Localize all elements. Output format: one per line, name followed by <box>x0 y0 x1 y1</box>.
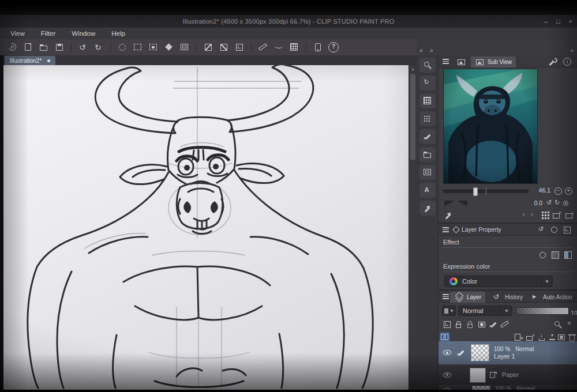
subview-zoom-slider[interactable] <box>443 190 529 193</box>
draft-layer-icon[interactable] <box>488 319 499 330</box>
crop-button[interactable] <box>233 41 246 54</box>
layer-color-dropdown[interactable]: ▼ <box>442 306 456 316</box>
tab-navigator[interactable] <box>452 56 470 67</box>
next-image-icon[interactable]: › <box>531 210 533 219</box>
border-effect-icon[interactable] <box>538 250 548 261</box>
layer-row-paper[interactable]: Paper <box>439 364 577 385</box>
clip-to-layer-below-icon[interactable] <box>442 319 452 330</box>
minimize-button[interactable]: – <box>544 18 548 25</box>
enable-mask-icon[interactable] <box>477 319 487 330</box>
frame-tool-button[interactable] <box>419 165 436 180</box>
zoom-out-icon[interactable] <box>554 187 562 195</box>
snap-to-grid-button[interactable] <box>287 41 301 54</box>
tab-history[interactable]: History <box>488 292 527 303</box>
frame-border-button[interactable] <box>178 41 192 54</box>
open-file-button[interactable] <box>37 41 51 54</box>
new-page-icon <box>23 42 33 52</box>
redo-button[interactable] <box>92 41 106 54</box>
pencil-tool-button[interactable] <box>419 129 436 144</box>
blend-mode-dropdown[interactable]: Normal ▼ <box>458 306 512 316</box>
rotate-canvas-tool-button[interactable] <box>419 76 436 91</box>
select-area-button[interactable] <box>131 41 145 54</box>
clear-layer-icon[interactable] <box>564 319 575 330</box>
snap-to-ruler-button[interactable] <box>256 41 270 54</box>
tone-effect-icon[interactable] <box>550 250 561 261</box>
eyedropper-tool-button[interactable] <box>419 201 436 216</box>
companion-mode-button[interactable] <box>311 41 325 54</box>
expression-color-dropdown[interactable]: Color ▼ <box>444 276 553 287</box>
clear-button[interactable] <box>201 41 215 54</box>
layer-thumbnail[interactable] <box>471 344 489 361</box>
close-button[interactable]: × <box>569 18 572 25</box>
canvas[interactable] <box>3 65 409 390</box>
tab-sub-view[interactable]: Sub View <box>471 56 516 67</box>
new-canvas-button[interactable] <box>21 41 35 54</box>
subview-reference-image[interactable] <box>443 69 538 184</box>
canvas-scrollbar[interactable]: ▲ <box>409 65 417 390</box>
clear-outside-button[interactable] <box>217 41 231 54</box>
undo-button[interactable] <box>76 41 90 54</box>
visibility-eye-icon[interactable] <box>442 348 452 358</box>
layer-row-layer1[interactable]: 100 % Normal Layer 1 <box>439 341 577 364</box>
menu-window[interactable]: Window <box>72 30 95 37</box>
photographed-screen: Illustration2* (4500 x 3500px 300dpi 66.… <box>0 0 577 392</box>
help-button[interactable] <box>327 41 340 54</box>
layer-color-effect-icon[interactable] <box>563 250 574 261</box>
material-folder-tool-button[interactable] <box>419 147 436 162</box>
previous-image-icon[interactable]: ‹ <box>523 210 524 219</box>
maximize-button[interactable]: □ <box>556 18 560 25</box>
next-folder-icon[interactable] <box>564 210 575 220</box>
tone-tool-button[interactable] <box>419 111 436 126</box>
thumbnail-grid-icon[interactable] <box>540 210 550 220</box>
collapse-right-icon[interactable]: » <box>570 46 574 55</box>
tab-layer[interactable]: Layer <box>450 292 485 303</box>
layer-row-partial[interactable]: 100 % Normal <box>439 385 577 390</box>
editing-target-pencil-icon <box>456 348 466 358</box>
fill-button[interactable] <box>162 41 176 54</box>
reset-icon[interactable] <box>537 225 547 235</box>
wrench-icon[interactable] <box>548 56 559 67</box>
visibility-eye-icon[interactable] <box>442 386 452 390</box>
menu-filter[interactable]: Filter <box>41 30 56 37</box>
opacity-slider[interactable] <box>516 307 569 315</box>
menu-bar: View Filter Window Help <box>0 28 577 39</box>
layer-thumbnail[interactable] <box>472 386 490 390</box>
palette-options-icon[interactable] <box>562 225 572 235</box>
text-tool-button[interactable] <box>419 183 436 198</box>
blend-mode-value: Normal <box>463 307 483 314</box>
tab-auto-action[interactable]: Auto Action <box>526 292 576 303</box>
lock-layer-icon[interactable] <box>454 319 464 330</box>
layer-search-icon[interactable] <box>553 319 563 330</box>
palette-menu-icon[interactable] <box>441 56 451 67</box>
invert-selection-button[interactable] <box>147 41 160 54</box>
subview-header: Sub View <box>439 55 577 67</box>
open-reference-folder-icon[interactable] <box>552 210 562 220</box>
palette-menu-icon[interactable] <box>441 225 451 235</box>
lock-transparent-pixel-icon[interactable] <box>465 319 475 330</box>
palette-dock-icon[interactable] <box>549 225 560 235</box>
palette-collapse-bar: « » » <box>417 46 577 55</box>
ruler-layer-icon[interactable] <box>500 319 510 330</box>
document-tab[interactable]: Illustration2* <box>5 56 55 65</box>
expand-left-icon[interactable]: » <box>430 46 433 55</box>
reset-rotation-icon[interactable] <box>561 198 571 209</box>
layers-icon <box>454 292 464 303</box>
deselect-button[interactable] <box>115 41 129 54</box>
subview-rotate-widget[interactable] <box>444 201 467 207</box>
magnifier-tool-button[interactable] <box>419 58 436 73</box>
zoom-in-icon[interactable] <box>565 187 572 195</box>
save-file-button[interactable] <box>53 41 66 54</box>
clip-studio-button[interactable] <box>6 41 20 54</box>
visibility-eye-icon[interactable] <box>442 370 452 380</box>
paper-thumbnail[interactable] <box>470 368 486 383</box>
eyedropper-icon[interactable] <box>443 210 454 220</box>
zoom-slider-handle[interactable] <box>473 187 478 196</box>
info-icon[interactable] <box>563 58 571 66</box>
grid-view-tool-button[interactable] <box>419 93 436 108</box>
menu-help[interactable]: Help <box>111 30 125 37</box>
snap-to-special-ruler-button[interactable] <box>272 41 286 54</box>
scroll-up-arrow-icon[interactable]: ▲ <box>409 65 417 73</box>
scrollbar-thumb[interactable] <box>410 74 415 160</box>
collapse-left-icon[interactable]: « <box>419 46 423 55</box>
menu-view[interactable]: View <box>10 30 25 37</box>
